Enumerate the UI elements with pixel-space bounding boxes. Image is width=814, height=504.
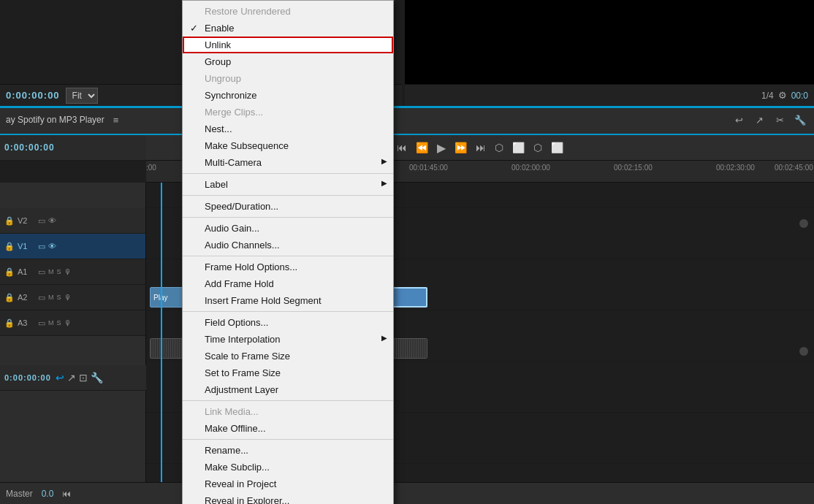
track-icon-v1: ▭ [38,242,45,251]
track-label-a2: A2 [18,293,35,302]
context-menu: Restore Unrendered Enable Unlink Group U… [182,0,394,504]
sequence-timecode: 0:00:00:00 [4,142,55,153]
menu-item-set-to-frame[interactable]: Set to Frame Size [183,364,393,381]
scroll-indicator-1 [799,219,808,228]
track-label-a3: A3 [18,318,35,327]
menu-item-merge-clips[interactable]: Merge Clips... [183,104,393,121]
menu-item-make-subsequence[interactable]: Make Subsequence [183,137,393,154]
mic-a3[interactable]: 🎙 [64,319,72,327]
menu-item-synchronize[interactable]: Synchronize [183,87,393,104]
menu-item-label[interactable]: Label [183,176,393,193]
lock-a3[interactable]: 🔒 [4,318,15,328]
transport-play-forward[interactable]: ⏩ [454,142,467,153]
ruler-mark-6: 00:02:30:00 [716,164,755,172]
menu-item-field-options[interactable]: Field Options... [183,314,393,331]
master-label: Master [6,489,33,499]
sequence-timecode-row: 0:00:00:00 [0,135,146,161]
lock-v2[interactable]: 🔒 [4,216,15,226]
wrench-icon[interactable]: 🔧 [792,112,808,128]
menu-item-unlink[interactable]: Unlink [183,37,393,53]
mute-a1[interactable]: M [48,268,54,275]
razor-icon[interactable]: ✂ [772,112,788,128]
menu-item-make-subclip[interactable]: Make Subclip... [183,459,393,476]
menu-item-add-frame-hold[interactable]: Add Frame Hold [183,275,393,292]
track-headers: 0:00:00:00 ↩ ↗ ⊡ 🔧 🔒 V3 ▭ 👁 🔒 V2 ▭ 👁 🔒 V… [0,183,146,482]
ruler-mark-0: :00 [146,164,156,172]
track-header-v1: 🔒 V1 ▭ 👁 [0,234,145,259]
menu-item-time-interpolation[interactable]: Time Interpolation [183,331,393,348]
transport-play[interactable]: ▶ [437,141,446,155]
snap-tool[interactable]: ⊡ [79,372,88,383]
select-icon[interactable]: ↗ [751,112,767,128]
timecode-bar-right: 1/4 ⚙ 00:0 [405,84,814,106]
mute-a2[interactable]: M [48,294,54,301]
track-header-v2: 🔒 V2 ▭ 👁 [0,208,145,234]
mute-a3[interactable]: M [48,319,54,327]
menu-item-ungroup[interactable]: Ungroup [183,70,393,87]
playhead [161,183,162,482]
menu-item-adjustment-layer[interactable]: Adjustment Layer [183,381,393,398]
sequence-header: ay Spotify on MP3 Player ≡ ↩ ↗ ✂ 🔧 [0,106,814,135]
menu-separator-5 [183,311,393,312]
select-tool[interactable]: ↗ [67,372,76,383]
menu-item-reveal-project[interactable]: Reveal in Project [183,476,393,492]
ripple-icon[interactable]: ↩ [731,112,747,128]
menu-item-speed-duration[interactable]: Speed/Duration... [183,198,393,215]
menu-item-audio-gain[interactable]: Audio Gain... [183,220,393,237]
sequence-menu-icon[interactable]: ≡ [113,115,119,126]
menu-item-restore-unrendered[interactable]: Restore Unrendered [183,3,393,20]
transport-step-back[interactable]: ⏮ [397,142,407,153]
track-icon-v2: ▭ [38,216,45,226]
menu-item-reveal-explorer[interactable]: Reveal in Explorer... [183,492,393,504]
ripple-tool[interactable]: ↩ [56,372,64,383]
menu-item-insert-frame-hold[interactable]: Insert Frame Hold Segment [183,292,393,309]
sequence-tools: ↩ ↗ ✂ 🔧 [731,112,808,128]
solo-a3[interactable]: S [57,319,61,327]
lock-a2[interactable]: 🔒 [4,293,15,302]
sequence-name: ay Spotify on MP3 Player [6,115,104,125]
track-icon-a2: ▭ [38,293,45,302]
menu-item-frame-hold-options[interactable]: Frame Hold Options... [183,259,393,275]
timeline-timecode-header: 0:00:00:00 ↩ ↗ ⊡ 🔧 [0,365,146,391]
lock-a1[interactable]: 🔒 [4,267,15,277]
menu-item-link-media[interactable]: Link Media... [183,403,393,420]
menu-item-audio-channels[interactable]: Audio Channels... [183,237,393,253]
fit-dropdown[interactable]: Fit [66,88,98,104]
transport-camera[interactable]: ⬜ [512,142,525,153]
menu-item-scale-to-frame[interactable]: Scale to Frame Size [183,348,393,364]
settings-icon[interactable]: ⚙ [778,90,787,101]
ruler-mark-7: 00:02:45:00 [775,164,813,172]
right-timecode: 00:0 [791,91,808,101]
menu-separator-6 [183,400,393,401]
menu-item-enable[interactable]: Enable [183,20,393,37]
mic-a1[interactable]: 🎙 [64,268,72,276]
ruler-mark-5: 00:02:15:00 [614,164,653,172]
ruler-mark-4: 00:02:00:00 [511,164,550,172]
transport-step-forward[interactable]: ⏭ [476,142,486,153]
solo-a2[interactable]: S [57,294,61,301]
transport-link[interactable]: ⬡ [495,142,503,153]
master-end-icon[interactable]: ⏮ [62,489,71,499]
track-label-v1: V1 [18,242,35,251]
eye-v2[interactable]: 👁 [48,216,56,225]
transport-play-back[interactable]: ⏪ [416,142,428,153]
lock-v1[interactable]: 🔒 [4,242,15,251]
master-value: 0.0 [42,489,54,499]
menu-separator-7 [183,439,393,440]
wrench-tool[interactable]: 🔧 [91,372,103,383]
menu-item-group[interactable]: Group [183,53,393,70]
master-bar: Master 0.0 ⏮ [0,482,814,504]
menu-item-multi-camera[interactable]: Multi-Camera [183,154,393,171]
track-header-a3: 🔒 A3 ▭ M S 🎙 [0,310,145,336]
menu-item-rename[interactable]: Rename... [183,442,393,459]
timeline-timecode-val: 0:00:00:00 [4,373,51,382]
menu-item-nest[interactable]: Nest... [183,121,393,137]
transport-link2[interactable]: ⬡ [533,142,542,153]
eye-v1[interactable]: 👁 [48,242,56,251]
mic-a2[interactable]: 🎙 [64,294,72,302]
solo-a1[interactable]: S [57,268,61,275]
track-label-v2: V2 [18,216,35,225]
transport-clip[interactable]: ⬜ [551,142,563,153]
menu-item-make-offline[interactable]: Make Offline... [183,420,393,437]
scroll-indicator-2 [799,347,808,356]
